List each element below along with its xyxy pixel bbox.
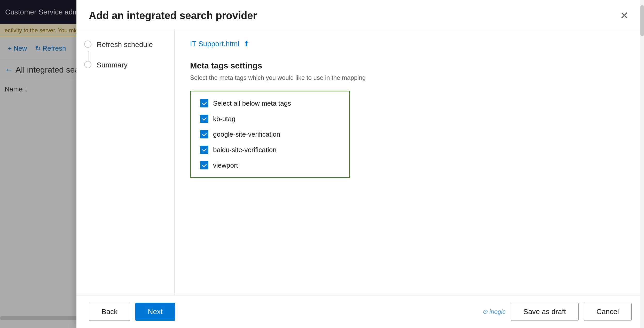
checkbox-baidu-site-verification[interactable]: baidu-site-verification [200, 146, 340, 154]
kb-utag-label: kb-utag [213, 115, 235, 123]
scrollbar-thumb[interactable] [640, 29, 644, 36]
checkbox-google-visual [200, 130, 208, 138]
inogic-watermark: ⊙ inogic [482, 308, 505, 315]
main-content: IT Support.html ⬆ Meta tags settings Sel… [175, 29, 644, 295]
cancel-button[interactable]: Cancel [584, 303, 632, 321]
checkbox-baidu-visual [200, 146, 208, 154]
meta-tags-section: Meta tags settings Select the meta tags … [190, 61, 629, 178]
google-site-label: google-site-verification [213, 130, 280, 138]
checkmark-icon [201, 162, 207, 168]
step-refresh-schedule: Refresh schedule [84, 40, 167, 50]
checkbox-viewport[interactable]: viewport [200, 161, 340, 169]
file-row: IT Support.html ⬆ [190, 40, 629, 48]
back-button[interactable]: Back [89, 303, 130, 321]
inogic-logo-icon: ⊙ [482, 308, 488, 315]
dialog-panel: Add an integrated search provider ✕ Refr… [76, 0, 644, 328]
checkmark-icon [201, 147, 207, 153]
checkbox-kb-utag-visual [200, 115, 208, 123]
section-desc: Select the meta tags which you would lik… [190, 73, 629, 82]
upload-icon[interactable]: ⬆ [244, 40, 249, 48]
checkbox-kb-utag[interactable]: kb-utag [200, 115, 340, 123]
footer-left: Back Next [89, 303, 175, 321]
checkbox-select-all[interactable]: Select all below meta tags [200, 99, 340, 107]
dialog-footer: Back Next ⊙ inogic Save as draft Cancel [76, 295, 644, 328]
meta-tags-box: Select all below meta tags kb-utag [190, 91, 350, 178]
baidu-site-label: baidu-site-verification [213, 146, 277, 154]
checkbox-google-site-verification[interactable]: google-site-verification [200, 130, 340, 138]
step-label-refresh: Refresh schedule [97, 40, 153, 50]
vertical-scrollbar[interactable] [640, 29, 644, 295]
close-icon: ✕ [620, 10, 629, 21]
checkmark-icon [201, 131, 207, 137]
section-title: Meta tags settings [190, 61, 629, 71]
step-label-summary: Summary [97, 60, 128, 70]
dialog-body: Refresh schedule Summary IT Support.html… [76, 29, 644, 295]
step-summary: Summary [84, 60, 167, 70]
next-button[interactable]: Next [135, 303, 175, 321]
checkbox-viewport-visual [200, 161, 208, 169]
step-radio-refresh[interactable] [84, 41, 91, 48]
file-link[interactable]: IT Support.html [190, 40, 239, 48]
checkbox-select-all-visual [200, 99, 208, 107]
dialog-header: Add an integrated search provider ✕ [76, 0, 644, 29]
step-radio-summary[interactable] [84, 61, 91, 68]
viewport-label: viewport [213, 161, 238, 169]
steps-panel: Refresh schedule Summary [76, 29, 175, 295]
dialog-title: Add an integrated search provider [89, 10, 257, 21]
select-all-label: Select all below meta tags [213, 99, 291, 107]
save-draft-button[interactable]: Save as draft [511, 303, 579, 321]
close-button[interactable]: ✕ [617, 8, 632, 23]
checkmark-icon [201, 100, 207, 106]
checkmark-icon [201, 116, 207, 122]
footer-right: ⊙ inogic Save as draft Cancel [482, 303, 632, 321]
